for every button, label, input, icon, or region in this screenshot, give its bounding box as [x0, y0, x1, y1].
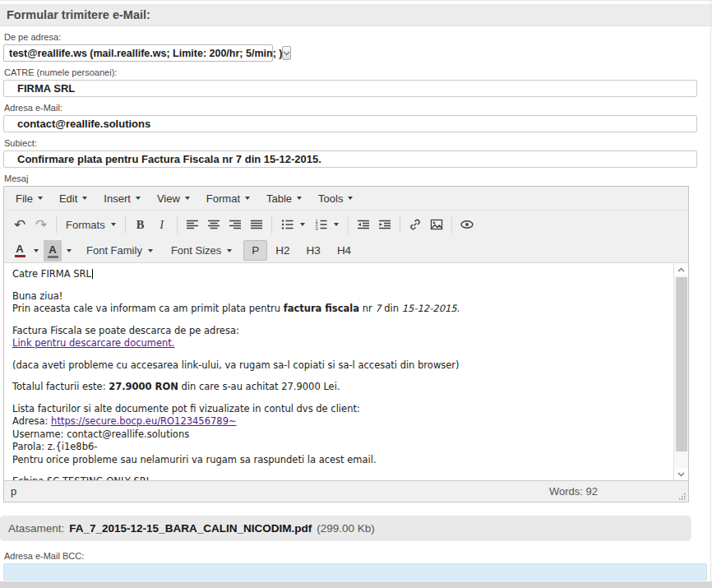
menu-edit[interactable]: Edit	[51, 188, 95, 209]
resize-grip-icon	[677, 492, 686, 500]
font-sizes-label: Font Sizes	[171, 244, 221, 257]
chevron-down-icon	[348, 197, 353, 200]
align-center-button[interactable]	[203, 214, 224, 235]
page-title: Formular trimitere e-Mail:	[7, 8, 150, 21]
align-justify-button[interactable]	[246, 214, 267, 235]
align-right-button[interactable]	[224, 214, 246, 235]
editor-toolbar-row1: ↶ ↷ Formats B I 123	[4, 211, 688, 238]
h3-format-button[interactable]: H3	[298, 240, 329, 261]
element-path[interactable]: p	[11, 485, 16, 498]
chevron-down-icon	[185, 197, 190, 200]
toolbar-separator	[348, 215, 349, 234]
indent-icon	[378, 218, 391, 231]
attachment-label: Atasament:	[8, 522, 64, 535]
text-color-dropdown[interactable]	[30, 240, 42, 262]
outdent-button[interactable]	[353, 214, 374, 235]
menu-table-label: Table	[266, 192, 292, 205]
scroll-up-button[interactable]	[674, 263, 688, 275]
to-name-label: CATRE (numele persoanei):	[4, 67, 712, 77]
link-icon	[409, 218, 422, 231]
text-cursor	[92, 269, 93, 279]
indent-button[interactable]	[374, 214, 395, 235]
menu-table[interactable]: Table	[258, 188, 310, 209]
menu-file[interactable]: File	[7, 188, 51, 209]
to-name-input[interactable]	[3, 80, 697, 97]
image-icon	[430, 218, 443, 231]
message-content[interactable]: Catre FIRMA SRL Buna ziua! Prin aceasta …	[4, 263, 673, 480]
menu-insert-label: Insert	[104, 192, 131, 205]
client-account-link[interactable]: https://secure.bocp.eu/RO123456789~	[51, 415, 237, 427]
message-paragraph: Catre FIRMA SRL	[12, 268, 665, 281]
toolbar-separator	[400, 215, 400, 234]
bcc-input[interactable]	[3, 563, 707, 581]
undo-icon: ↶	[14, 216, 25, 234]
footer-strip	[0, 581, 712, 588]
italic-button[interactable]: I	[151, 214, 173, 235]
font-family-dropdown[interactable]: Font Family	[81, 240, 158, 262]
scrollbar-thumb[interactable]	[676, 277, 687, 451]
align-left-button[interactable]	[182, 214, 203, 235]
eye-icon	[460, 218, 474, 231]
menu-insert[interactable]: Insert	[95, 188, 149, 209]
from-address-select[interactable]: test@reallife.ws (mail.reallife.ws; Limi…	[3, 44, 273, 62]
bold-icon: B	[136, 218, 145, 232]
chevron-down-icon	[67, 249, 72, 252]
formats-dropdown[interactable]: Formats	[61, 214, 121, 235]
editor-statusbar: p Words: 92	[4, 480, 688, 502]
subject-input[interactable]	[3, 150, 697, 168]
align-justify-icon	[250, 218, 263, 231]
to-email-label: Adresa e-Mail:	[4, 103, 712, 113]
chevron-down-icon	[334, 223, 339, 226]
italic-icon: I	[160, 218, 164, 232]
message-paragraph: Lista facturilor si alte documente pot f…	[12, 403, 665, 467]
menu-view[interactable]: View	[149, 188, 198, 209]
toolbar-separator	[271, 215, 272, 234]
message-paragraph: Buna ziua! Prin aceasta cale va informam…	[12, 290, 665, 316]
svg-text:3: 3	[315, 226, 317, 231]
chevron-down-icon	[677, 472, 685, 477]
attachment-bar: Atasament: FA_7_2015-12-15_BARA_CALIN_NI…	[0, 516, 691, 541]
editor-toolbar-row2: A A Font Family Font Sizes P H2 H3 H4	[4, 238, 688, 262]
align-left-icon	[186, 218, 199, 231]
bullet-list-button[interactable]	[276, 214, 310, 235]
select-dropdown-button[interactable]	[282, 46, 291, 60]
menu-format[interactable]: Format	[198, 188, 258, 209]
insert-link-button[interactable]	[405, 214, 426, 235]
text-color-button[interactable]: A	[9, 240, 30, 262]
align-center-icon	[207, 218, 220, 231]
chevron-down-icon	[38, 197, 43, 200]
outdent-icon	[357, 218, 370, 231]
h4-format-button[interactable]: H4	[329, 240, 359, 261]
toolbar-separator	[56, 215, 57, 234]
chevron-up-icon	[677, 267, 685, 272]
numbered-list-icon: 123	[315, 218, 328, 231]
resize-handle[interactable]	[677, 492, 686, 500]
menu-tools-label: Tools	[318, 192, 343, 205]
undo-button[interactable]: ↶	[9, 214, 30, 235]
redo-button[interactable]: ↷	[30, 214, 52, 235]
bold-button[interactable]: B	[130, 214, 151, 235]
chevron-down-icon	[34, 249, 39, 252]
chevron-down-icon	[82, 197, 87, 200]
word-count: Words: 92	[549, 485, 598, 498]
from-address-label: De pe adresa:	[4, 32, 712, 42]
editor-scrollbar[interactable]	[673, 263, 688, 480]
toolbar-separator	[451, 215, 452, 234]
subject-label: Subiect:	[4, 138, 712, 148]
background-color-button[interactable]: A	[42, 240, 63, 262]
attachment-filename: FA_7_2015-12-15_BARA_CALIN_NICODIM.pdf	[69, 522, 312, 535]
to-email-input[interactable]	[3, 115, 697, 132]
download-document-link[interactable]: Link pentru descarcare document.	[12, 337, 175, 349]
background-color-dropdown[interactable]	[63, 240, 75, 262]
insert-image-button[interactable]	[426, 214, 447, 235]
menu-tools[interactable]: Tools	[310, 188, 361, 209]
h2-format-button[interactable]: H2	[267, 240, 298, 261]
font-sizes-dropdown[interactable]: Font Sizes	[166, 240, 237, 262]
scroll-down-button[interactable]	[674, 468, 688, 480]
paragraph-format-button[interactable]: P	[243, 240, 267, 261]
chevron-down-icon	[245, 197, 250, 200]
menu-format-label: Format	[206, 192, 240, 205]
preview-toggle-button[interactable]	[456, 214, 478, 235]
font-family-label: Font Family	[86, 244, 142, 257]
numbered-list-button[interactable]: 123	[310, 214, 344, 235]
